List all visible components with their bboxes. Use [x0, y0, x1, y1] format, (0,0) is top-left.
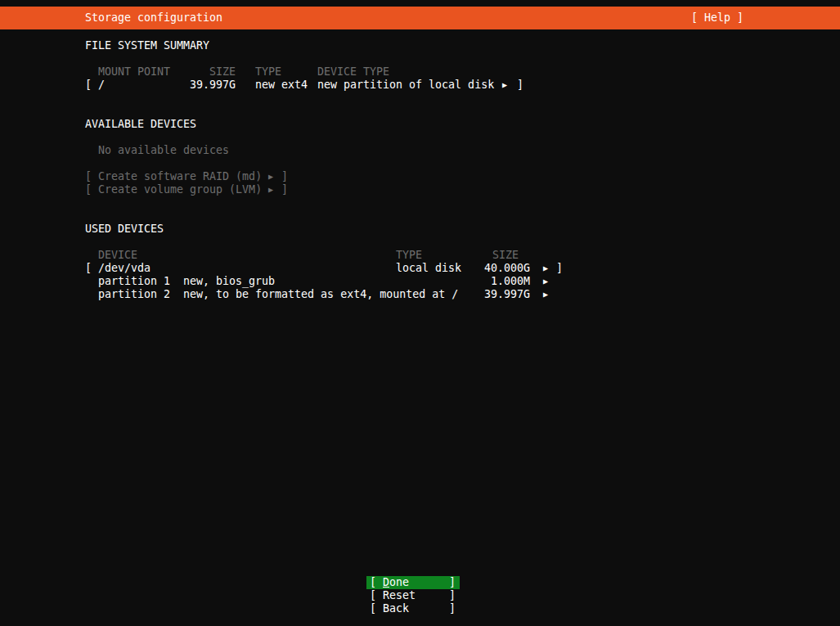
available-devices-heading: AVAILABLE DEVICES	[85, 118, 196, 131]
create-lvm-label: Create volume group (LVM)	[98, 183, 262, 196]
fs-col-type: TYPE	[255, 65, 281, 79]
fs-summary-column-headers: MOUNT POINT SIZE TYPE DEVICE TYPE	[0, 65, 840, 79]
reset-button[interactable]: [ Reset ]	[366, 589, 460, 602]
close-bracket: ]	[281, 170, 288, 183]
expand-arrow-icon: ▶	[268, 170, 273, 183]
open-bracket: [	[370, 576, 376, 589]
mount-point-value: /	[98, 79, 105, 92]
type-value: new ext4	[255, 79, 308, 92]
partition-size-value: 39.997G	[478, 288, 530, 301]
reset-button-label: Reset	[383, 589, 416, 602]
close-bracket: ]	[449, 576, 456, 589]
fs-col-mount-point: MOUNT POINT	[98, 65, 170, 79]
device-type-value: new partition of local disk	[317, 79, 494, 92]
create-raid-label: Create software RAID (md)	[98, 170, 262, 183]
device-size-value: 40.000G	[478, 262, 530, 275]
open-bracket: [	[85, 170, 92, 183]
page-title: Storage configuration	[85, 11, 222, 25]
help-button[interactable]: [ Help ]	[691, 11, 743, 25]
fs-col-size: SIZE	[183, 65, 236, 79]
partition-name: partition 1	[98, 275, 170, 288]
used-col-size: SIZE	[492, 249, 519, 262]
close-bracket: ]	[556, 262, 563, 275]
device-type-value: local disk	[396, 262, 461, 275]
back-button[interactable]: [ Back ]	[366, 602, 460, 615]
close-bracket: ]	[281, 183, 288, 196]
close-bracket: ]	[449, 589, 456, 602]
fs-summary-heading: FILE SYSTEM SUMMARY	[85, 39, 209, 52]
device-value: /dev/vda	[98, 262, 150, 275]
expand-arrow-icon: ▶	[543, 262, 548, 275]
done-hotkey: D	[383, 576, 389, 588]
create-lvm-button[interactable]: [ Create volume group (LVM) ▶ ]	[0, 183, 840, 196]
expand-arrow-icon: ▶	[502, 79, 507, 92]
open-bracket: [	[370, 589, 376, 602]
used-col-device: DEVICE	[98, 249, 137, 262]
storage-configuration-screen: Storage configuration [ Help ] FILE SYST…	[0, 0, 840, 626]
partition-size-value: 1.000M	[478, 275, 530, 288]
used-devices-column-headers: DEVICE TYPE SIZE	[0, 249, 840, 262]
back-button-label: Back	[383, 602, 409, 615]
done-button[interactable]: [ Done ]	[366, 576, 460, 589]
open-bracket: [	[85, 183, 92, 196]
partition-name: partition 2	[98, 288, 170, 301]
create-raid-button[interactable]: [ Create software RAID (md) ▶ ]	[0, 170, 840, 183]
partition-detail: new, bios_grub	[183, 275, 275, 288]
done-button-label: Done	[383, 576, 409, 589]
expand-arrow-icon: ▶	[543, 275, 548, 288]
title-bar: Storage configuration [ Help ]	[0, 7, 840, 29]
open-bracket: [	[370, 602, 376, 615]
partition-row-2[interactable]: partition 2 new, to be formatted as ext4…	[0, 288, 840, 301]
expand-arrow-icon: ▶	[268, 183, 273, 196]
fs-col-device-type: DEVICE TYPE	[317, 65, 389, 79]
used-devices-heading: USED DEVICES	[85, 223, 164, 236]
open-bracket: [	[85, 79, 92, 92]
no-available-devices-message: No available devices	[98, 144, 229, 157]
close-bracket: ]	[449, 602, 456, 615]
partition-row-1[interactable]: partition 1 new, bios_grub 1.000M ▶	[0, 275, 840, 288]
fs-summary-row[interactable]: [ / 39.997G new ext4 new partition of lo…	[0, 79, 840, 92]
used-col-type: TYPE	[396, 249, 422, 262]
size-value: 39.997G	[183, 79, 236, 92]
used-device-row-vda[interactable]: [ /dev/vda local disk 40.000G ▶ ]	[0, 262, 840, 275]
done-label-rest: one	[389, 576, 409, 588]
expand-arrow-icon: ▶	[543, 288, 548, 301]
open-bracket: [	[85, 262, 92, 275]
partition-detail: new, to be formatted as ext4, mounted at…	[183, 288, 458, 301]
close-bracket: ]	[517, 79, 523, 92]
